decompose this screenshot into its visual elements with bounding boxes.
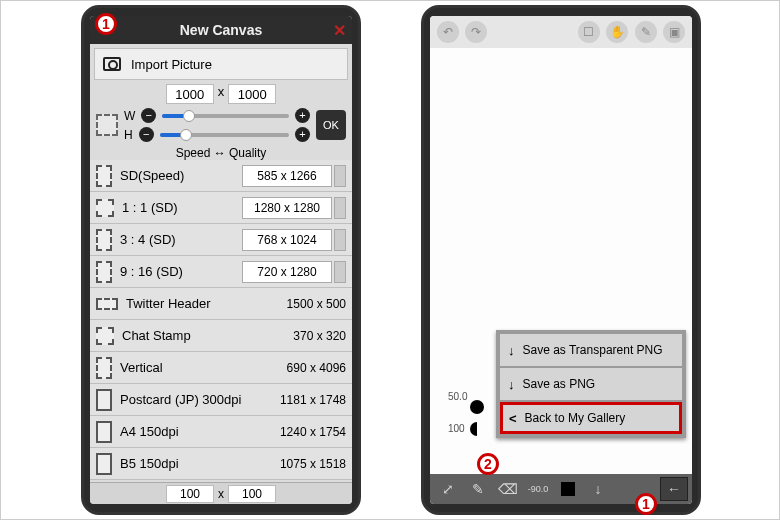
brush-size-label: 50.0 bbox=[448, 391, 467, 402]
preset-dims: 1181 x 1748 bbox=[246, 393, 346, 407]
preset-spin[interactable] bbox=[334, 229, 346, 251]
preset-swatch-icon bbox=[96, 165, 112, 187]
preset-name: Postcard (JP) 300dpi bbox=[120, 392, 246, 407]
preset-swatch-icon bbox=[96, 357, 112, 379]
top-toolbar-left: ↶ ↷ bbox=[436, 21, 488, 43]
preset-swatch-icon bbox=[96, 421, 112, 443]
custom-dimensions-row: 1000 x 1000 bbox=[90, 84, 352, 104]
preset-dims-input[interactable]: 585 x 1266 bbox=[242, 165, 332, 187]
back-button[interactable]: ← bbox=[660, 477, 688, 501]
size-sliders-row: W − + H − + OK bbox=[90, 104, 352, 146]
preset-dims: 1500 x 500 bbox=[246, 297, 346, 311]
eraser-icon[interactable]: ⌫ bbox=[494, 477, 522, 501]
fullscreen-icon[interactable]: ⤢ bbox=[434, 477, 462, 501]
preset-spin[interactable] bbox=[334, 197, 346, 219]
preset-name: 9 : 16 (SD) bbox=[120, 264, 242, 279]
height-minus-button[interactable]: − bbox=[139, 127, 154, 142]
preset-name: Vertical bbox=[120, 360, 246, 375]
preset-dims-input[interactable]: 768 x 1024 bbox=[242, 229, 332, 251]
preset-dims-input[interactable]: 720 x 1280 bbox=[242, 261, 332, 283]
height-slider[interactable] bbox=[160, 133, 289, 137]
menu-item[interactable]: Save as PNG bbox=[500, 368, 682, 400]
footer-height[interactable]: 100 bbox=[228, 485, 276, 503]
menu-item-label: Save as PNG bbox=[523, 377, 596, 391]
angle-label: -90.0 bbox=[524, 477, 552, 501]
preset-row[interactable]: B5 150dpi1075 x 1518 bbox=[90, 448, 352, 480]
dialog-title-bar: New Canvas ✕ bbox=[90, 16, 352, 44]
width-plus-button[interactable]: + bbox=[295, 108, 310, 123]
width-value[interactable]: 1000 bbox=[166, 84, 214, 104]
callout-2: 2 bbox=[477, 453, 499, 475]
top-toolbar: ↶ ↷ ☐ ✋ ✎ ▣ bbox=[430, 16, 692, 48]
preset-swatch-icon bbox=[96, 298, 118, 310]
phone-left: New Canvas ✕ Import Picture 1000 x 1000 … bbox=[81, 5, 361, 515]
preset-name: Chat Stamp bbox=[122, 328, 246, 343]
preset-row[interactable]: Postcard (JP) 300dpi1181 x 1748 bbox=[90, 384, 352, 416]
width-slider[interactable] bbox=[162, 114, 289, 118]
download-icon[interactable]: ↓ bbox=[584, 477, 612, 501]
layers-icon[interactable]: ▣ bbox=[663, 21, 685, 43]
preset-name: 1 : 1 (SD) bbox=[122, 200, 242, 215]
preset-name: 3 : 4 (SD) bbox=[120, 232, 242, 247]
preset-swatch-icon bbox=[96, 229, 112, 251]
download-icon bbox=[508, 377, 515, 392]
camera-icon bbox=[103, 57, 121, 71]
menu-item[interactable]: Save as Transparent PNG bbox=[500, 334, 682, 366]
download-icon bbox=[508, 343, 515, 358]
aspect-preview-icon bbox=[96, 114, 118, 136]
color-swatch[interactable] bbox=[554, 477, 582, 501]
preset-spin[interactable] bbox=[334, 165, 346, 187]
dimension-x: x bbox=[218, 84, 225, 104]
preset-name: B5 150dpi bbox=[120, 456, 246, 471]
redo-icon[interactable]: ↷ bbox=[465, 21, 487, 43]
preset-dims: 370 x 320 bbox=[246, 329, 346, 343]
chevron-left-icon bbox=[509, 411, 517, 426]
preset-row[interactable]: 3 : 4 (SD)768 x 1024 bbox=[90, 224, 352, 256]
height-value[interactable]: 1000 bbox=[228, 84, 276, 104]
preset-row[interactable]: 9 : 16 (SD)720 x 1280 bbox=[90, 256, 352, 288]
tool-icon-3[interactable]: ✎ bbox=[635, 21, 657, 43]
preset-dims: 1075 x 1518 bbox=[246, 457, 346, 471]
brush-icon[interactable]: ✎ bbox=[464, 477, 492, 501]
screen-left: New Canvas ✕ Import Picture 1000 x 1000 … bbox=[90, 16, 352, 504]
preset-swatch-icon bbox=[96, 327, 114, 345]
width-minus-button[interactable]: − bbox=[141, 108, 156, 123]
height-plus-button[interactable]: + bbox=[295, 127, 310, 142]
footer-width[interactable]: 100 bbox=[166, 485, 214, 503]
preset-row[interactable]: 1 : 1 (SD)1280 x 1280 bbox=[90, 192, 352, 224]
top-toolbar-right: ☐ ✋ ✎ ▣ bbox=[577, 21, 686, 43]
preset-name: Twitter Header bbox=[126, 296, 246, 311]
preset-row[interactable]: SD(Speed)585 x 1266 bbox=[90, 160, 352, 192]
preset-swatch-icon bbox=[96, 261, 112, 283]
preset-name: A4 150dpi bbox=[120, 424, 246, 439]
preset-dims: 1240 x 1754 bbox=[246, 425, 346, 439]
phone-right: ↶ ↷ ☐ ✋ ✎ ▣ 50.0 100 Save as Transparent… bbox=[421, 5, 701, 515]
preset-row[interactable]: A4 150dpi1240 x 1754 bbox=[90, 416, 352, 448]
width-label: W bbox=[124, 109, 135, 123]
preset-name: SD(Speed) bbox=[120, 168, 242, 183]
preset-row[interactable]: Chat Stamp370 x 320 bbox=[90, 320, 352, 352]
height-label: H bbox=[124, 128, 133, 142]
drawing-canvas[interactable]: 50.0 100 Save as Transparent PNGSave as … bbox=[430, 48, 692, 474]
import-picture-row[interactable]: Import Picture bbox=[94, 48, 348, 80]
preset-row[interactable]: Vertical690 x 4096 bbox=[90, 352, 352, 384]
export-menu: Save as Transparent PNGSave as PNGBack t… bbox=[496, 330, 686, 438]
brush-preview-dot bbox=[470, 400, 484, 414]
preset-spin[interactable] bbox=[334, 261, 346, 283]
footer-dimensions: 100 x 100 bbox=[90, 482, 352, 504]
undo-icon[interactable]: ↶ bbox=[437, 21, 459, 43]
preset-row[interactable]: Twitter Header1500 x 500 bbox=[90, 288, 352, 320]
callout-1b: 1 bbox=[635, 493, 657, 515]
close-icon[interactable]: ✕ bbox=[333, 21, 346, 40]
tool-icon-2[interactable]: ✋ bbox=[606, 21, 628, 43]
callout-1a: 1 bbox=[95, 13, 117, 35]
footer-x: x bbox=[218, 487, 224, 501]
brush-preview-half bbox=[470, 422, 484, 436]
menu-item[interactable]: Back to My Gallery bbox=[500, 402, 682, 434]
menu-item-label: Back to My Gallery bbox=[525, 411, 626, 425]
brush-opacity-label: 100 bbox=[448, 423, 465, 434]
tool-icon-1[interactable]: ☐ bbox=[578, 21, 600, 43]
preset-dims-input[interactable]: 1280 x 1280 bbox=[242, 197, 332, 219]
screen-right: ↶ ↷ ☐ ✋ ✎ ▣ 50.0 100 Save as Transparent… bbox=[430, 16, 692, 504]
ok-button[interactable]: OK bbox=[316, 110, 346, 140]
